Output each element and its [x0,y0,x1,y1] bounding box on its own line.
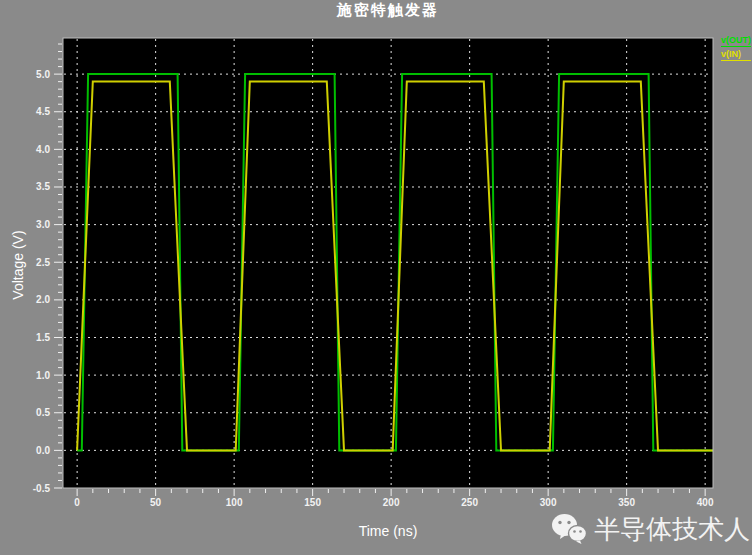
svg-text:2.0: 2.0 [36,294,50,305]
svg-text:-0.5: -0.5 [33,483,51,494]
legend-item-vin[interactable]: v(IN) [721,49,751,61]
waveform-viewer-window: 施密特触发器 Voltage (V) 050100150200250300350… [0,0,752,555]
svg-text:400: 400 [697,497,714,508]
svg-text:100: 100 [226,497,243,508]
svg-text:4.5: 4.5 [36,106,50,117]
svg-text:0.0: 0.0 [36,445,50,456]
svg-text:350: 350 [618,497,635,508]
svg-text:0.5: 0.5 [36,407,50,418]
svg-text:5.0: 5.0 [36,69,50,80]
svg-text:2.5: 2.5 [36,257,50,268]
svg-text:150: 150 [304,497,321,508]
svg-text:4.0: 4.0 [36,144,50,155]
svg-text:50: 50 [150,497,162,508]
watermark-text: 半导体技术人 [594,514,750,544]
svg-text:300: 300 [540,497,557,508]
legend-item-vout[interactable]: v(OUT) [721,35,751,47]
plot-area[interactable]: 050100150200250300350400-0.50.00.51.01.5… [0,0,752,555]
svg-text:3.5: 3.5 [36,181,50,192]
legend: v(OUT) v(IN) [721,35,751,63]
svg-text:200: 200 [383,497,400,508]
wechat-icon [551,513,587,545]
watermark: 半导体技术人 [551,513,750,545]
svg-text:1.0: 1.0 [36,370,50,381]
svg-text:250: 250 [461,497,478,508]
svg-text:0: 0 [74,497,80,508]
svg-text:1.5: 1.5 [36,332,50,343]
svg-text:3.0: 3.0 [36,219,50,230]
